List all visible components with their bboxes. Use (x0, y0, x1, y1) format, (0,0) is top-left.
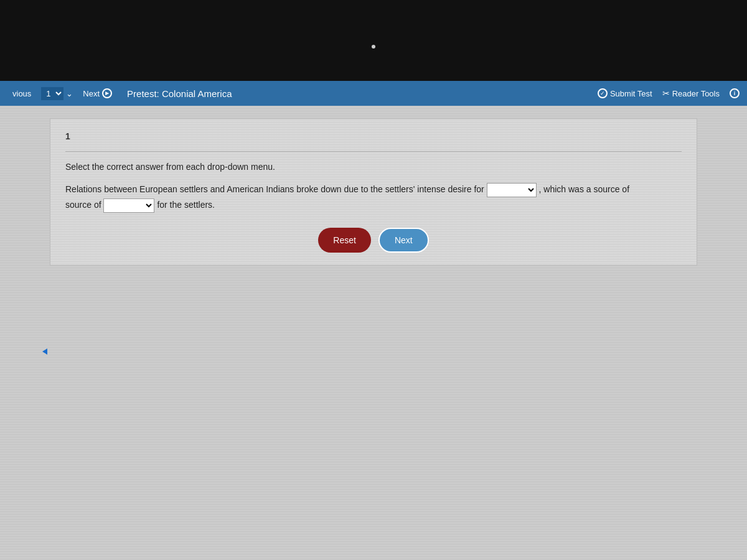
dropdown-1[interactable]: land gold trade (487, 183, 537, 197)
question-number: 1 (65, 131, 682, 141)
reset-button[interactable]: Reset (318, 228, 371, 253)
previous-button[interactable]: vious (7, 89, 36, 98)
submit-test-button[interactable]: ✓ Submit Test (598, 88, 652, 98)
main-content: 1 Select the correct answer from each dr… (0, 106, 747, 560)
reader-tools-label: Reader Tools (672, 89, 720, 98)
submit-test-label: Submit Test (610, 89, 652, 98)
nav-right-actions: ✓ Submit Test ✂ Reader Tools i (598, 88, 740, 98)
question-text-part1: Relations between European settlers and … (65, 184, 484, 194)
question-card: 1 Select the correct answer from each dr… (50, 118, 697, 266)
info-icon: i (730, 88, 740, 98)
info-button[interactable]: i (730, 88, 740, 98)
submit-circle-icon: ✓ (598, 88, 608, 98)
question-text-part3: for the settlers. (157, 200, 215, 210)
question-selector[interactable]: 1 ⌄ (36, 87, 78, 100)
cursor-indicator (42, 348, 47, 355)
button-row: Reset Next (65, 228, 682, 253)
page-title: Pretest: Colonial America (117, 88, 598, 99)
reader-tools-button[interactable]: ✂ Reader Tools (662, 88, 720, 98)
source-of-label: source of (65, 200, 103, 210)
next-nav-button[interactable]: Next ► (78, 88, 117, 98)
next-circle-icon: ► (102, 88, 112, 98)
question-text-part2: , which was a source of (539, 184, 630, 194)
question-instruction: Select the correct answer from each drop… (65, 162, 682, 172)
divider (65, 151, 682, 152)
nav-bar: vious 1 ⌄ Next ► Pretest: Colonial Ameri… (0, 81, 747, 106)
question-number-select[interactable]: 1 (41, 87, 63, 100)
next-button[interactable]: Next (378, 228, 429, 253)
scissors-icon: ✂ (662, 88, 670, 98)
question-dropdown-arrow: ⌄ (66, 89, 73, 98)
loading-dot (372, 45, 375, 49)
dropdown-2[interactable]: wealth food power (103, 198, 154, 213)
top-black-bar (0, 0, 747, 81)
question-body: Relations between European settlers and … (65, 182, 682, 213)
next-nav-label: Next (83, 89, 100, 98)
